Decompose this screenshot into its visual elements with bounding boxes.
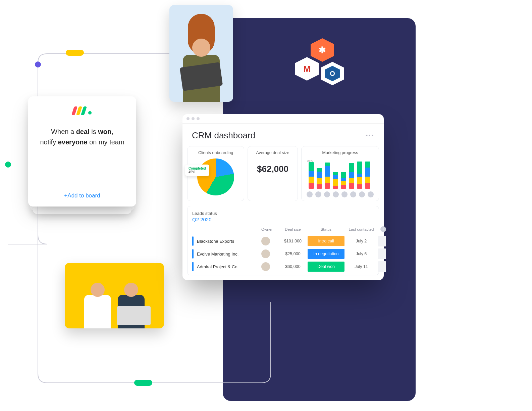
photo-woman-laptop xyxy=(169,5,233,102)
avatar xyxy=(333,191,339,197)
leads-title: Leads status xyxy=(192,211,374,216)
avatar xyxy=(307,191,313,197)
owner-avatar[interactable] xyxy=(261,249,278,258)
monday-logo-icon xyxy=(73,106,92,115)
leads-header-row: name Owner Deal size Status Last contact… xyxy=(192,225,374,235)
bar xyxy=(317,168,322,189)
crm-dashboard-window: CRM dashboard ••• Clients onboarding Com… xyxy=(182,114,384,280)
automation-card: When a deal is won, notify everyone on m… xyxy=(28,96,136,207)
photo-two-men xyxy=(65,263,164,328)
connector-dot-teal xyxy=(5,162,11,168)
lead-name: Blackstone Exports xyxy=(192,236,259,246)
leads-period[interactable]: Q2 2020 xyxy=(192,217,374,222)
lead-last-contacted: July 11 xyxy=(347,264,376,269)
avatar xyxy=(350,191,356,197)
lead-deal-size: $25,000 xyxy=(280,252,306,256)
lead-trail-cell xyxy=(378,261,386,272)
lead-deal-size: $60,000 xyxy=(280,264,306,269)
col-status: Status xyxy=(308,227,344,231)
avg-deal-value: $62,000 xyxy=(257,164,288,174)
lead-trail-cell xyxy=(378,236,386,246)
connector-pill-yellow xyxy=(66,50,84,56)
bar xyxy=(357,162,362,189)
add-column-button[interactable]: + xyxy=(380,226,386,232)
lead-status[interactable]: Intro call xyxy=(308,236,344,246)
widget-title: Marketing progress xyxy=(322,150,358,155)
widget-clients-onboarding: Clients onboarding Completed 45% xyxy=(187,146,244,201)
widget-title: Clients onboarding xyxy=(198,150,233,155)
col-last-contacted: Last contacted xyxy=(347,227,376,231)
pie-completed-label: Completed 45% xyxy=(185,165,209,176)
connector-dot-purple xyxy=(35,61,41,67)
lead-name: Evolve Marketing Inc. xyxy=(192,249,259,259)
lead-row[interactable]: Blackstone Exports$101,000Intro callJuly… xyxy=(192,235,374,247)
avatar xyxy=(368,191,374,197)
col-deal-size: Deal size xyxy=(280,227,306,231)
bar xyxy=(349,163,354,189)
lead-status[interactable]: In negotiation xyxy=(308,249,344,259)
bar xyxy=(309,162,314,189)
bar xyxy=(341,172,346,189)
avatar xyxy=(341,191,348,197)
more-menu-button[interactable]: ••• xyxy=(366,133,374,139)
col-owner: Owner xyxy=(261,227,278,231)
owner-avatar[interactable] xyxy=(261,262,278,271)
bar-y-label: 70% xyxy=(307,159,313,163)
lead-last-contacted: July 6 xyxy=(347,252,376,256)
owner-avatar[interactable] xyxy=(261,237,278,245)
window-chrome xyxy=(182,114,384,124)
widget-title: Average deal size xyxy=(256,150,289,155)
bar xyxy=(333,172,338,189)
automation-sentence: When a deal is won, notify everyone on m… xyxy=(40,127,124,147)
widget-avg-deal-size: Average deal size $62,000 xyxy=(248,146,298,201)
bar xyxy=(325,163,330,189)
widget-marketing-progress: Marketing progress 70% xyxy=(301,146,379,201)
bar-avatars xyxy=(307,191,374,197)
onboarding-pie-chart xyxy=(197,158,234,195)
leads-panel: Leads status Q2 2020 name Owner Deal siz… xyxy=(187,206,379,275)
connector-pill-green xyxy=(134,380,152,386)
avatar xyxy=(315,191,321,197)
add-to-board-button[interactable]: +Add to board xyxy=(36,185,128,207)
bar xyxy=(365,162,370,189)
marketing-bar-chart: 70% xyxy=(309,158,372,189)
lead-row[interactable]: Admiral Project & Co$60,000Deal wonJuly … xyxy=(192,260,374,273)
avatar xyxy=(359,191,365,197)
lead-status[interactable]: Deal won xyxy=(308,262,344,272)
lead-name: Admiral Project & Co xyxy=(192,262,259,271)
lead-last-contacted: July 2 xyxy=(347,239,376,243)
avatar xyxy=(324,191,330,197)
dashboard-title: CRM dashboard xyxy=(192,130,255,141)
lead-deal-size: $101,000 xyxy=(280,239,306,243)
lead-trail-cell xyxy=(378,248,386,259)
lead-row[interactable]: Evolve Marketing Inc.$25,000In negotiati… xyxy=(192,247,374,260)
